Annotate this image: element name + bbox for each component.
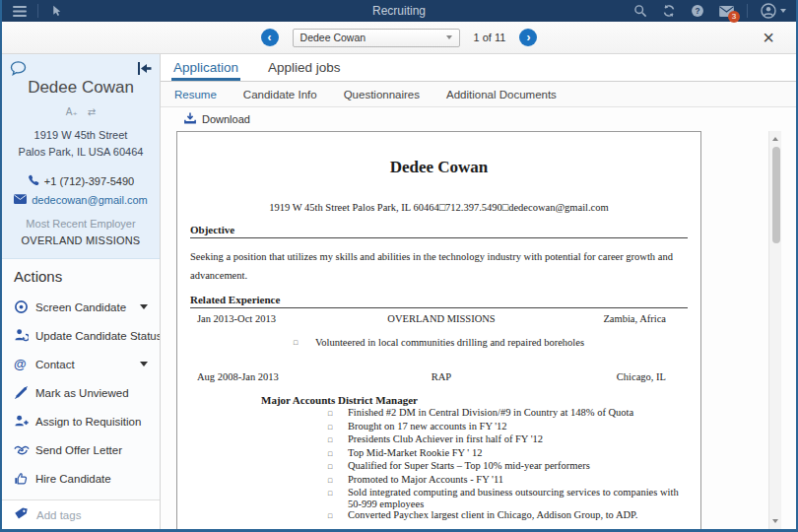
action-label: Contact [35, 359, 75, 370]
help-icon[interactable]: ? [690, 3, 705, 19]
tab-bar: Application Applied jobs [161, 54, 796, 82]
resume-bullet: Sold integrated computing and business o… [190, 487, 688, 509]
vertical-scrollbar[interactable] [768, 131, 781, 529]
subtab-resume[interactable]: Resume [174, 89, 217, 100]
scroll-down-icon[interactable] [769, 515, 781, 527]
chevron-down-icon [140, 362, 148, 366]
subtab-bar: Resume Candidate Info Questionnaires Add… [161, 82, 796, 107]
candidate-card: Dedee Cowan A₊ ⇄ 1919 W 45th Street Palo… [2, 54, 160, 259]
candidate-nav-bar: ‹ Dedee Cowan 1 of 11 › × [2, 22, 796, 54]
actions-title: Actions [14, 268, 148, 285]
resume-bullet: Finished #2 DM in Central Division/#9 in… [190, 407, 688, 421]
actions-panel: Actions Screen Candidate Update Candidat… [2, 259, 160, 499]
resume-experience-heading: Related Experience [190, 294, 688, 308]
contact-at-icon: @ [14, 357, 35, 371]
divider [747, 4, 748, 18]
resume-bullet-list: Finished #2 DM in Central Division/#9 in… [190, 407, 688, 523]
employer-value: OVERLAND MISSIONS [10, 234, 152, 246]
candidate-select-value: Dedee Cowan [300, 32, 366, 43]
resume-bullet: Top Mid-Market Rookie FY ' 12 [190, 447, 688, 461]
resume-bullet: Presidents Club Achiever in first half o… [190, 433, 688, 447]
resume-objective-heading: Objective [190, 224, 688, 238]
subtab-additional-documents[interactable]: Additional Documents [446, 89, 557, 100]
candidate-sidebar: Dedee Cowan A₊ ⇄ 1919 W 45th Street Palo… [2, 54, 161, 529]
update-status-icon [14, 328, 35, 343]
action-label: Hire Candidate [35, 473, 111, 485]
refresh-icon[interactable] [661, 3, 677, 19]
main-content: Application Applied jobs Resume Candidat… [161, 54, 796, 529]
resume-bullet: Promoted to Major Accounts - FY '11 [190, 474, 688, 488]
send-offer-icon [14, 443, 35, 456]
close-icon[interactable]: × [763, 26, 774, 49]
assign-requisition-icon [14, 414, 35, 429]
resume-bullet: Converted Paychex largest client in Chic… [190, 509, 688, 523]
candidate-select[interactable]: Dedee Cowan [293, 29, 460, 47]
resume-bullet: Brought on 17 new accounts in FY '12 [190, 421, 688, 434]
search-icon[interactable] [632, 3, 648, 19]
candidate-address: 1919 W 45th Street Palos Park, IL USA 60… [10, 127, 152, 161]
action-hire-candidate[interactable]: Hire Candidate [14, 464, 148, 493]
svg-text:?: ? [695, 6, 699, 16]
mark-unviewed-icon [14, 385, 35, 400]
download-label: Download [202, 113, 250, 125]
screen-candidate-icon [14, 299, 35, 314]
action-screen-candidate[interactable]: Screen Candidate [14, 293, 148, 321]
tag-icon [14, 506, 28, 524]
action-label: Update Candidate Status [35, 330, 160, 342]
action-decline-candidate[interactable]: Decline Candidate [14, 493, 148, 499]
phone-icon [28, 174, 39, 188]
download-button[interactable]: Download [161, 107, 796, 131]
action-contact[interactable]: @ Contact [14, 350, 148, 378]
document-viewer: Dedee Cowan 1919 W 45th Street Palos Par… [161, 131, 782, 529]
candidate-name: Dedee Cowan [10, 78, 152, 98]
pointer-icon[interactable] [48, 3, 64, 19]
resume-job-row: Aug 2008-Jan 2013 RAP Chicago, IL [190, 371, 688, 382]
resume-bullet: Volunteered in local communities drillin… [190, 337, 688, 348]
action-label: Mark as Unviewed [35, 387, 129, 399]
auto-assign-icon[interactable]: A₊ [66, 106, 78, 117]
tab-applied-jobs[interactable]: Applied jobs [268, 54, 341, 81]
action-mark-as-unviewed[interactable]: Mark as Unviewed [14, 378, 148, 407]
action-update-candidate-status[interactable]: Update Candidate Status [14, 321, 148, 350]
resume-objective-text: Seeking a position that utilizes my skil… [190, 247, 688, 285]
next-candidate-button[interactable]: › [519, 29, 537, 46]
action-label: Assign to Requisition [35, 416, 141, 428]
scrollbar-thumb[interactable] [772, 147, 780, 243]
subtab-questionnaires[interactable]: Questionnaires [344, 89, 420, 100]
divider [37, 4, 38, 18]
resume-pane: Download Dedee Cowan 1919 W 45th Street … [161, 107, 796, 529]
profile-menu[interactable] [761, 3, 786, 19]
app-window: Recruiting ? 3 ‹ [0, 0, 798, 532]
candidate-email-link[interactable]: dedecowan@gmail.com [32, 194, 148, 206]
action-label: Send Offer Letter [35, 444, 122, 456]
chevron-down-icon [446, 35, 452, 39]
hamburger-menu-icon[interactable] [12, 3, 28, 19]
scroll-up-icon[interactable] [769, 133, 781, 145]
subtab-candidate-info[interactable]: Candidate Info [243, 89, 317, 100]
resume-name: Dedee Cowan [190, 158, 688, 177]
collapse-panel-icon[interactable] [137, 61, 152, 79]
resume-job-row: Jan 2013-Oct 2013 OVERLAND MISSIONS Zamb… [190, 313, 688, 324]
candidate-phone: +1 (712)-397-5490 [44, 175, 134, 187]
mail-badge: 3 [728, 11, 740, 23]
resume-role-title: Major Accounts District Manager [190, 394, 688, 406]
mail-icon[interactable]: 3 [718, 3, 734, 19]
chat-bubble-icon[interactable] [10, 61, 27, 80]
action-label: Screen Candidate [35, 301, 126, 313]
candidate-counter: 1 of 11 [474, 32, 506, 43]
resume-contact-line: 1919 W 45th Street Palos Park, IL 60464□… [190, 202, 688, 213]
duplicate-check-icon[interactable]: ⇄ [88, 106, 96, 117]
resume-bullet: Qualified for Super Starts – Top 10% mid… [190, 460, 688, 474]
thumbs-up-icon [14, 472, 35, 486]
action-assign-to-requisition[interactable]: Assign to Requisition [14, 407, 148, 435]
envelope-icon [14, 194, 27, 206]
chevron-down-icon [780, 9, 786, 13]
prev-candidate-button[interactable]: ‹ [261, 29, 279, 46]
add-tags-placeholder: Add tags [36, 509, 81, 521]
top-bar: Recruiting ? 3 [2, 0, 796, 22]
employer-label: Most Recent Employer [10, 218, 152, 230]
add-tags-field[interactable]: Add tags [2, 499, 160, 529]
chevron-down-icon [140, 304, 148, 309]
action-send-offer-letter[interactable]: Send Offer Letter [14, 435, 148, 464]
tab-application[interactable]: Application [173, 54, 238, 81]
